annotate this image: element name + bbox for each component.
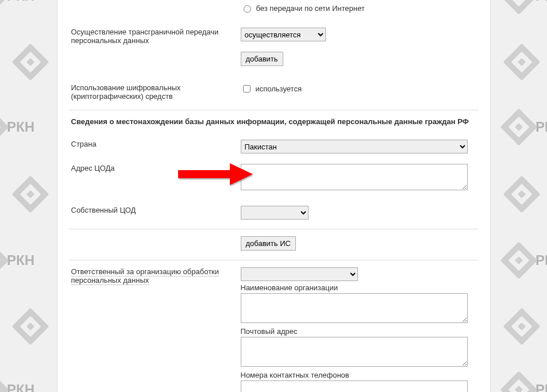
phones-caption: Номера контактных телефонов <box>241 371 476 379</box>
dc-address-input[interactable] <box>241 164 468 190</box>
dc-address-label: Адрес ЦОДа <box>71 164 115 172</box>
crypto-checkbox-label: используется <box>256 84 302 93</box>
own-dc-select[interactable] <box>241 206 309 220</box>
crossborder-label: Осуществление трансграничной передачи пе… <box>71 28 219 45</box>
phones-input[interactable] <box>241 381 468 392</box>
no-internet-radio[interactable] <box>244 5 251 13</box>
country-label: Страна <box>71 140 97 148</box>
crypto-label: Использование шифровальных (криптографич… <box>71 83 181 101</box>
crossborder-add-button[interactable]: добавить <box>241 52 283 66</box>
form-panel: без передачи по сети Интернет Осуществле… <box>57 0 491 392</box>
no-internet-radio-label: без передачи по сети Интернет <box>256 4 365 13</box>
country-select[interactable]: Пакистан <box>241 140 468 153</box>
crypto-checkbox[interactable] <box>243 85 251 93</box>
org-name-input[interactable] <box>241 293 468 323</box>
own-dc-label: Собственный ЦОД <box>71 206 136 214</box>
post-addr-input[interactable] <box>241 337 468 367</box>
org-name-caption: Наименование организации <box>241 283 476 292</box>
db-location-heading: Сведения о местонахождении базы данных и… <box>69 114 479 129</box>
responsible-label: Ответственный за организацию обработки п… <box>71 267 219 285</box>
responsible-org-select[interactable] <box>241 267 358 281</box>
add-is-button[interactable]: добавить ИС <box>241 236 296 251</box>
post-addr-caption: Почтовый адрес <box>241 327 476 336</box>
crossborder-select[interactable]: осуществляется <box>241 28 326 41</box>
